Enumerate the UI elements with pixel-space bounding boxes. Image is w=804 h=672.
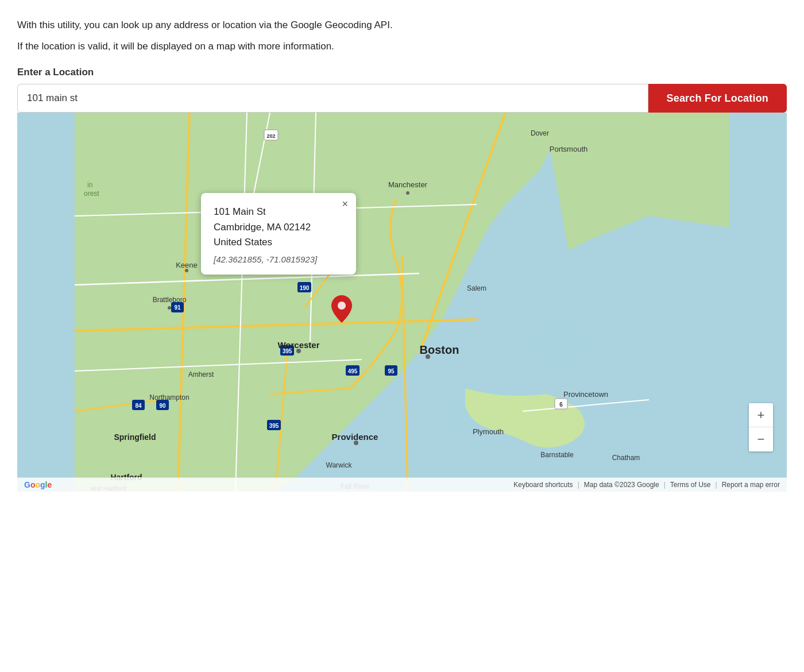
report-link[interactable]: Report a map error [722, 481, 780, 489]
zoom-controls: + − [749, 403, 773, 451]
svg-text:190: 190 [300, 285, 310, 291]
svg-text:in: in [87, 181, 92, 189]
search-button[interactable]: Search For Location [648, 84, 787, 113]
svg-text:Manchester: Manchester [388, 180, 428, 189]
map-popup: × 101 Main St Cambridge, MA 02142 United… [201, 193, 356, 275]
svg-point-65 [406, 191, 409, 195]
google-logo: Google [24, 480, 52, 489]
svg-point-63 [185, 269, 188, 272]
svg-point-64 [168, 306, 171, 310]
svg-text:202: 202 [266, 133, 275, 139]
terms-link[interactable]: Terms of Use [670, 481, 711, 489]
svg-point-68 [426, 354, 430, 359]
svg-point-66 [296, 349, 301, 353]
svg-text:Plymouth: Plymouth [473, 427, 504, 436]
popup-address-line1: 101 Main St [214, 206, 266, 217]
divider1: | [578, 481, 579, 489]
svg-point-67 [354, 441, 358, 445]
map-svg: 91 90 395 395 495 95 190 202 84 6 Portsm… [17, 113, 787, 492]
svg-text:Providence: Providence [332, 432, 378, 442]
svg-text:Boston: Boston [420, 343, 459, 356]
svg-text:Barnstable: Barnstable [540, 451, 574, 459]
search-row: Search For Location [17, 84, 787, 113]
popup-close-button[interactable]: × [342, 199, 348, 209]
map-container: 91 90 395 395 495 95 190 202 84 6 Portsm… [17, 113, 787, 492]
svg-text:6: 6 [559, 401, 563, 408]
map-pin [331, 295, 352, 325]
map-footer: Google Keyboard shortcuts | Map data ©20… [17, 477, 787, 492]
divider3: | [716, 481, 717, 489]
svg-text:495: 495 [348, 368, 358, 374]
popup-address-line3: United States [214, 237, 272, 248]
divider2: | [664, 481, 666, 489]
zoom-out-button[interactable]: − [749, 427, 773, 451]
svg-text:Keene: Keene [176, 261, 198, 269]
svg-text:Provincetown: Provincetown [563, 390, 608, 399]
svg-text:Warwick: Warwick [326, 461, 353, 469]
svg-text:Amherst: Amherst [188, 370, 214, 379]
svg-text:Salem: Salem [467, 284, 486, 292]
svg-text:Portsmouth: Portsmouth [550, 145, 587, 153]
svg-point-69 [338, 302, 346, 310]
popup-address: 101 Main St Cambridge, MA 02142 United S… [214, 204, 343, 250]
popup-coords: [42.3621855, -71.0815923] [214, 254, 343, 264]
svg-text:90: 90 [159, 403, 166, 409]
zoom-in-button[interactable]: + [749, 403, 773, 427]
svg-point-5 [528, 325, 597, 360]
svg-text:Springfield: Springfield [114, 432, 156, 442]
svg-text:Dover: Dover [531, 129, 549, 137]
svg-text:84: 84 [135, 403, 142, 409]
svg-text:Chatham: Chatham [612, 454, 640, 462]
svg-text:395: 395 [269, 423, 279, 429]
keyboard-shortcuts-link[interactable]: Keyboard shortcuts [513, 481, 573, 489]
svg-text:95: 95 [388, 368, 395, 374]
svg-text:91: 91 [174, 304, 181, 311]
location-input[interactable] [17, 84, 648, 113]
popup-address-line2: Cambridge, MA 02142 [214, 222, 311, 233]
svg-text:orest: orest [84, 190, 99, 198]
svg-text:Worcester: Worcester [277, 340, 319, 350]
svg-text:Northampton: Northampton [149, 393, 189, 401]
map-data-text: Map data ©2023 Google [584, 481, 659, 489]
svg-text:Brattleboro: Brattleboro [153, 296, 187, 304]
intro-line1: With this utility, you can look up any a… [17, 17, 787, 33]
intro-line2: If the location is valid, it will be dis… [17, 38, 787, 54]
enter-location-label: Enter a Location [17, 67, 787, 78]
